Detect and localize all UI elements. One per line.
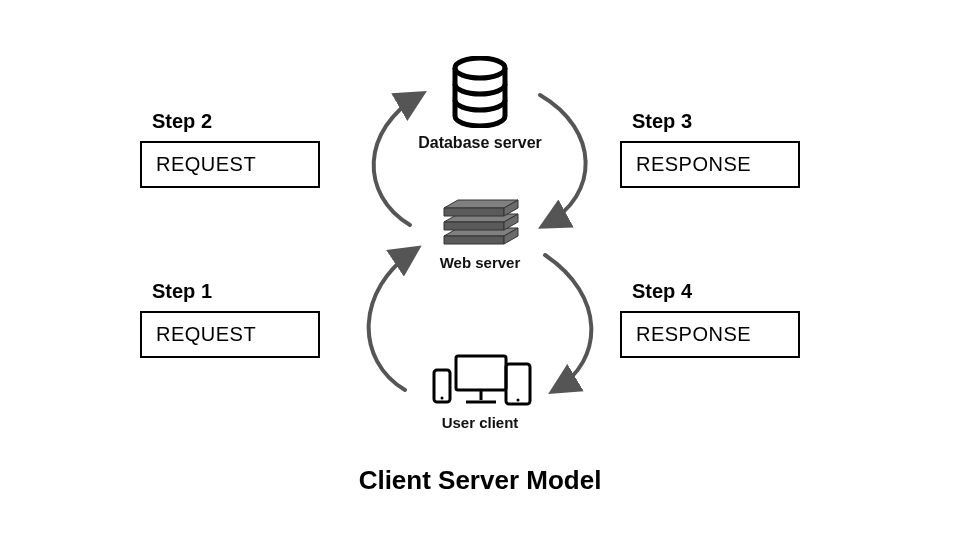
step-3: Step 3 RESPONSE — [620, 110, 800, 188]
step-1-box: REQUEST — [140, 311, 320, 358]
svg-marker-2 — [444, 236, 504, 244]
step-1-title: Step 1 — [152, 280, 320, 303]
step-4-title: Step 4 — [632, 280, 800, 303]
svg-point-14 — [441, 397, 444, 400]
svg-rect-15 — [506, 364, 530, 404]
web-server-icon — [434, 192, 528, 248]
step-4-box: RESPONSE — [620, 311, 800, 358]
step-2: Step 2 REQUEST — [140, 110, 320, 188]
user-client-label: User client — [380, 414, 580, 431]
svg-rect-10 — [456, 356, 506, 390]
svg-marker-5 — [444, 222, 504, 230]
svg-point-16 — [517, 399, 520, 402]
step-2-title: Step 2 — [152, 110, 320, 133]
step-3-box: RESPONSE — [620, 141, 800, 188]
step-1: Step 1 REQUEST — [140, 280, 320, 358]
web-server-label: Web server — [380, 254, 580, 271]
diagram-title: Client Server Model — [0, 465, 960, 496]
database-label: Database server — [380, 134, 580, 152]
user-client-icon — [428, 352, 534, 410]
database-icon — [450, 56, 510, 128]
svg-point-0 — [455, 58, 505, 78]
step-3-title: Step 3 — [632, 110, 800, 133]
svg-marker-8 — [444, 208, 504, 216]
step-4: Step 4 RESPONSE — [620, 280, 800, 358]
step-2-box: REQUEST — [140, 141, 320, 188]
